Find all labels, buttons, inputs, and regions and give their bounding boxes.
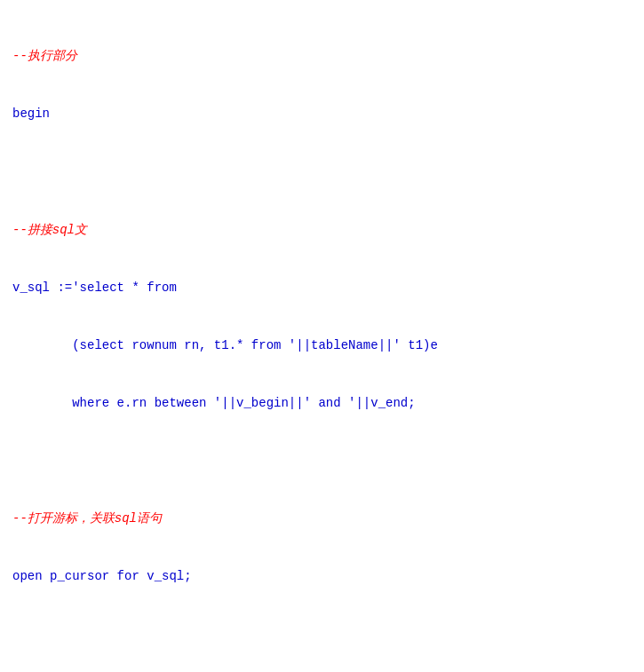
line-code-4: where e.rn between '||v_begin||' and '||…: [12, 394, 632, 414]
line-comment-3: --打开游标，关联sql语句: [12, 510, 632, 529]
line-comment-2: --拼接sql文: [12, 221, 632, 241]
line-code-2: v_sql :='select * from: [12, 279, 632, 298]
line-comment-1: --执行部分: [12, 47, 632, 67]
line-blank-2: [12, 452, 632, 471]
line-code-1: begin: [12, 105, 632, 124]
line-blank-3: [12, 625, 632, 644]
code-block: --执行部分 begin --拼接sql文 v_sql :='select * …: [12, 9, 632, 672]
line-blank-1: [12, 163, 632, 183]
line-code-5: open p_cursor for v_sql;: [12, 567, 632, 587]
line-code-3: (select rownum rn, t1.* from '||tableNam…: [12, 336, 632, 356]
